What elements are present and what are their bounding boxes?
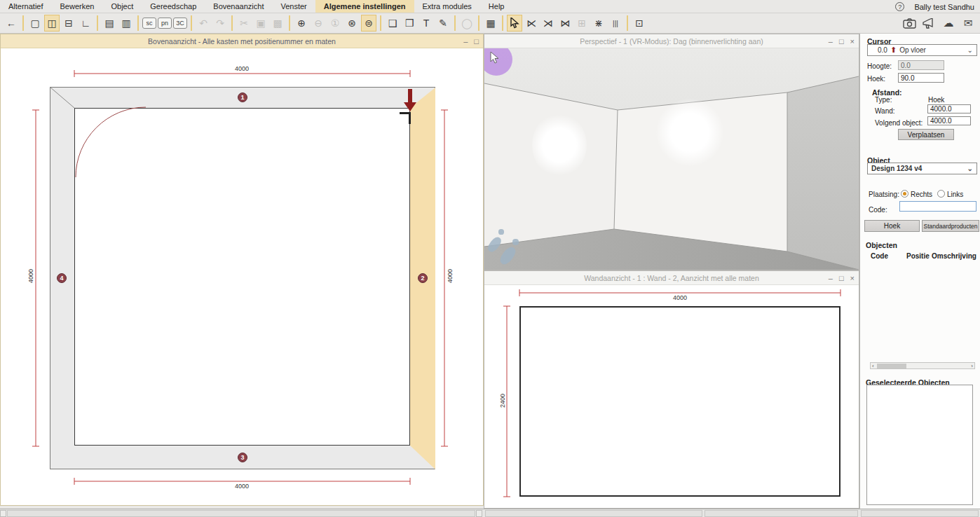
wall-view-window: Wandaanzicht - 1 : Wand - 2, Aanzicht me… [484,270,859,509]
calculator-button[interactable]: ▦ [483,15,498,32]
minimize-button[interactable]: – [463,38,468,46]
object-dropdown[interactable]: Design 1234 v4 ⌄ [867,163,977,174]
wall-light-glow-left [532,113,587,177]
menu-bar: AlternatiefBewerkenObjectGereedschapBove… [0,0,980,13]
arc-tool-button: ◯ [459,15,475,32]
annotation-button[interactable]: ❒ [402,15,417,32]
back-button[interactable]: ← [4,15,19,32]
verplaatsen-button[interactable]: Verplaatsen [898,129,954,140]
window-split-icon[interactable]: ◫ [44,15,60,32]
aux-hscrollbar[interactable] [705,510,858,517]
wall-dimension-width: 4000 [666,294,694,301]
maximize-button[interactable]: □ [474,38,479,46]
chevron-down-icon: ⌄ [967,165,973,172]
section-lines-button[interactable]: ||| [608,15,623,32]
plan-window-titlebar[interactable]: Bovenaanzicht - Alle kasten met positien… [1,34,483,48]
markup-button[interactable]: ✎ [435,15,451,32]
help-icon[interactable]: ? [895,2,904,11]
scroll-left-icon[interactable]: ‹ [872,363,874,369]
rechts-radio[interactable] [901,190,908,198]
maximize-button[interactable]: □ [839,38,844,46]
hoek-button[interactable]: Hoek [864,220,920,232]
hoogte-label: Hoogte: [867,62,892,70]
floor-plan-canvas[interactable]: 4000 4000 4000 4000 1 2 3 4 [1,48,483,505]
stamp-button[interactable]: ⊡ [632,15,647,32]
links-radio[interactable] [937,190,945,198]
wall-marker-3: 3 [238,453,247,462]
grid-button: ⊞ [574,15,590,32]
code-field[interactable] [899,201,976,212]
toolbar-separator [191,15,192,31]
menu-item-alternatief[interactable]: Alternatief [0,0,52,13]
code-label: Code: [869,206,887,214]
objects-horizontal-scrollbar[interactable]: ‹ › [870,362,975,369]
menu-item-venster[interactable]: Venster [272,0,315,13]
zoom-pan-button[interactable]: ⊜ [361,15,376,32]
scrollbar-thumb[interactable] [877,364,906,368]
print-button[interactable]: ▥ [118,15,134,32]
announce-icon[interactable] [921,15,937,31]
dimension-toggle-3-icon[interactable]: ⋈ [557,15,573,32]
sidebar-hscrollbar[interactable] [861,510,979,517]
menu-item-help[interactable]: Help [480,0,513,13]
window-new-icon[interactable]: ▢ [27,15,43,32]
mouse-cursor-icon [490,52,500,64]
select-cursor-button[interactable] [507,15,522,32]
hoek-field[interactable] [898,73,944,83]
close-button[interactable]: × [850,275,855,282]
3c-button[interactable]: 3C [173,18,187,29]
menu-item-object[interactable]: Object [102,0,142,13]
toolbar-separator [627,15,628,31]
minimize-button[interactable]: – [829,275,833,282]
maximize-button[interactable]: □ [839,275,844,282]
cursor-mode-dropdown[interactable]: 0.0 ⬆ Op vloer ⌄ [867,44,977,56]
menu-item-bovenaanzicht[interactable]: Bovenaanzicht [205,0,272,13]
window-cascade-icon[interactable]: ⊟ [61,15,76,32]
close-button[interactable]: × [850,38,855,46]
menu-item-gereedschap[interactable]: Gereedschap [142,0,205,13]
plan-window-title: Bovenaanzicht - Alle kasten met positien… [148,37,336,46]
paste-button: ▩ [270,15,285,32]
minimize-button[interactable]: – [829,38,833,46]
chevron-down-icon: ⌄ [967,46,973,54]
wall-elevation-canvas[interactable]: 4000 2400 [484,285,859,508]
type-value: Hoek [928,96,944,104]
menu-item-bewerken[interactable]: Bewerken [52,0,103,13]
menu-item-algemene-instellingen[interactable]: Algemene instellingen [315,0,414,13]
zoom-selection-button[interactable]: ⊛ [344,15,360,32]
notes-button[interactable]: ❑ [385,15,400,32]
wall-dimension-height: 2400 [499,387,506,415]
zoom-in-button[interactable]: ⊕ [294,15,309,32]
sc-button[interactable]: sc [142,18,156,29]
plan-hscrollbar[interactable] [7,510,475,517]
mail-icon[interactable]: ✉ [960,15,976,31]
cloud-icon[interactable]: ☁ [941,15,956,31]
wall-view-title: Wandaanzicht - 1 : Wand - 2, Aanzicht me… [584,274,759,282]
scroll-end-button[interactable] [0,510,6,517]
hoogte-field[interactable] [898,60,944,70]
scroll-right-icon[interactable]: › [971,363,973,369]
toolbar-separator [289,15,290,31]
standaardproducten-button[interactable]: Standaardproducten [922,220,979,232]
toolbar-separator [454,15,456,31]
gallery-icon[interactable] [901,15,917,31]
volgend-object-field[interactable] [927,116,971,125]
perspective-titlebar[interactable]: Perspectief - 1 (VR-Modus): Dag (binnenv… [484,34,859,48]
wand-hscrollbar[interactable] [485,510,702,517]
perspective-3d-viewport[interactable] [484,48,859,270]
bottom-scrollbar-row [0,509,980,517]
text-tool-button[interactable]: T [418,15,434,32]
dimension-toggle-4-icon[interactable]: ⋇ [591,15,606,32]
pn-button[interactable]: pn [158,18,172,29]
scroll-end-button[interactable] [476,510,482,517]
window-corner-icon[interactable]: ∟ [78,15,93,32]
menu-item-extra-modules[interactable]: Extra modules [414,0,480,13]
save-button[interactable]: ▤ [102,15,117,32]
selected-objects-list[interactable] [866,385,973,505]
copy-button: ▣ [253,15,268,32]
dimension-toggle-2-icon[interactable]: ⋊ [540,15,556,32]
wall-view-titlebar[interactable]: Wandaanzicht - 1 : Wand - 2, Aanzicht me… [484,271,859,285]
wand-field[interactable] [927,104,971,113]
zoom-out-button: ⊖ [311,15,326,32]
dimension-toggle-1-icon[interactable]: ⋉ [524,15,539,32]
